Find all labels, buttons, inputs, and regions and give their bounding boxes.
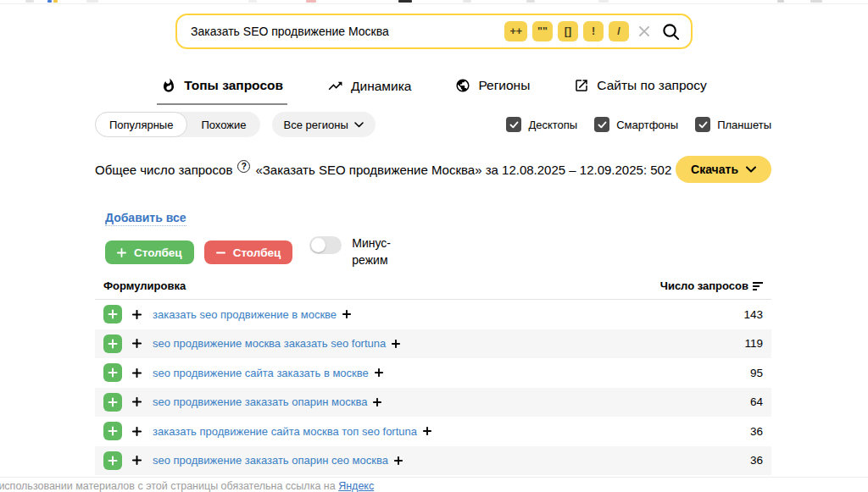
flame-icon xyxy=(161,78,176,93)
operator-brackets-button[interactable]: [] xyxy=(558,21,578,41)
phrase-link[interactable]: seo продвижение сайта заказать в москве xyxy=(153,367,369,379)
footer: При использовании материалов с этой стра… xyxy=(0,477,868,492)
search-icon[interactable] xyxy=(661,22,681,41)
footer-text: При использовании материалов с этой стра… xyxy=(0,480,338,492)
query-count: 36 xyxy=(750,425,763,438)
plus-operator-icon[interactable] xyxy=(132,427,142,436)
sort-descending-icon xyxy=(753,282,763,290)
plus-append-icon[interactable] xyxy=(375,368,383,377)
tabs-bar: Топы запросов Динамика Регионы Сайты по … xyxy=(0,76,868,105)
plus-operator-icon[interactable] xyxy=(132,456,142,465)
add-phrase-button[interactable] xyxy=(103,393,122,412)
help-question-icon[interactable] xyxy=(237,160,250,173)
browser-bookmarks-strip xyxy=(0,0,868,4)
phrase-link[interactable]: seo продвижение москва заказать seo fort… xyxy=(153,337,386,350)
filters-row: Популярные Похожие Все регионы Десктопы … xyxy=(95,112,771,137)
segment-popular[interactable]: Популярные xyxy=(95,112,187,137)
query-count: 36 xyxy=(750,454,763,467)
table-row: seo продвижение москва заказать seo fort… xyxy=(95,329,771,359)
chevron-down-icon xyxy=(746,166,756,173)
table-row: seo продвижение сайта заказать в москве … xyxy=(95,358,771,388)
download-button-label: Скачать xyxy=(691,163,738,176)
queries-table: Формулировка Число запросов заказать seo… xyxy=(95,278,771,475)
query-count: 143 xyxy=(743,308,763,321)
search-operator-keys: ++ "" [] ! / xyxy=(504,21,629,41)
checkbox-label: Десктопы xyxy=(528,119,577,131)
column-header-phrase: Формулировка xyxy=(103,279,186,292)
checkbox-label: Смартфоны xyxy=(616,119,678,131)
column-header-count-label: Число запросов xyxy=(660,279,748,292)
tab-label: Топы запросов xyxy=(184,78,283,93)
operator-plus-plus-button[interactable]: ++ xyxy=(504,21,527,41)
plus-operator-icon[interactable] xyxy=(132,310,142,319)
download-button[interactable]: Скачать xyxy=(676,156,771,183)
clear-search-icon[interactable] xyxy=(637,25,651,38)
table-row: заказать продвижение сайта москва топ se… xyxy=(95,417,771,446)
region-selector[interactable]: Все регионы xyxy=(272,112,376,137)
search-input[interactable] xyxy=(191,25,504,38)
query-type-segmented-control: Популярные Похожие xyxy=(95,112,260,137)
globe-icon xyxy=(455,78,470,93)
checkbox-desktops[interactable]: Десктопы xyxy=(506,117,577,132)
plus-operator-icon[interactable] xyxy=(132,397,142,406)
add-column-label: Столбец xyxy=(134,246,182,259)
remove-column-button[interactable]: Столбец xyxy=(204,240,293,264)
plus-append-icon[interactable] xyxy=(342,310,351,318)
add-column-button[interactable]: Столбец xyxy=(105,240,194,264)
tab-regions[interactable]: Регионы xyxy=(451,76,534,103)
query-count: 64 xyxy=(750,395,763,408)
tab-label: Динамика xyxy=(351,79,411,94)
phrase-link[interactable]: заказать продвижение сайта москва топ se… xyxy=(153,425,417,438)
summary-value: «Заказать SEO продвижение Москва» за 12.… xyxy=(255,163,671,177)
plus-append-icon[interactable] xyxy=(423,427,431,435)
table-row: заказать seo продвижение в москве 143 xyxy=(95,300,771,329)
table-header: Формулировка Число запросов xyxy=(95,278,771,300)
tab-dynamics[interactable]: Динамика xyxy=(323,76,415,104)
chevron-down-icon xyxy=(354,122,364,128)
summary-row: Общее число запросов «Заказать SEO продв… xyxy=(95,156,771,183)
plus-append-icon[interactable] xyxy=(392,340,400,348)
operator-quotes-button[interactable]: "" xyxy=(532,21,553,41)
add-phrase-button[interactable] xyxy=(103,363,122,382)
checked-checkbox-icon xyxy=(695,117,710,132)
summary-label: Общее число запросов xyxy=(95,163,232,177)
search-bar: ++ "" [] ! / xyxy=(175,14,693,49)
minus-icon xyxy=(216,248,225,257)
column-header-count[interactable]: Число запросов xyxy=(660,279,763,292)
segment-similar[interactable]: Похожие xyxy=(187,112,259,137)
tab-top-queries[interactable]: Топы запросов xyxy=(157,76,287,105)
trending-up-icon xyxy=(327,78,343,94)
column-controls: Столбец Столбец Минус-режим xyxy=(105,235,403,268)
total-queries-summary: Общее число запросов «Заказать SEO продв… xyxy=(95,163,671,177)
table-row: seo продвижение заказать опарин сео моск… xyxy=(95,446,771,476)
phrase-link[interactable]: seo продвижение заказать опарин москва xyxy=(153,395,367,408)
minus-mode-toggle[interactable] xyxy=(309,236,342,254)
tab-label: Сайты по запросу xyxy=(597,78,706,93)
query-count: 95 xyxy=(750,367,763,379)
toggle-knob xyxy=(311,238,326,252)
plus-append-icon[interactable] xyxy=(394,456,403,465)
plus-append-icon[interactable] xyxy=(373,398,381,406)
remove-column-label: Столбец xyxy=(233,246,281,259)
plus-operator-icon[interactable] xyxy=(132,368,142,378)
add-phrase-button[interactable] xyxy=(103,305,122,323)
operator-exclamation-button[interactable]: ! xyxy=(583,21,604,41)
yandex-footer-link[interactable]: Яндекс xyxy=(338,480,374,492)
device-filters: Десктопы Смартфоны Планшеты xyxy=(506,117,771,132)
phrase-link[interactable]: заказать seo продвижение в москве xyxy=(153,308,337,321)
add-phrase-button[interactable] xyxy=(103,334,122,353)
operator-slash-button[interactable]: / xyxy=(609,21,629,41)
add-all-link[interactable]: Добавить все xyxy=(105,211,186,226)
plus-operator-icon[interactable] xyxy=(132,339,142,348)
tab-sites-by-query[interactable]: Сайты по запросу xyxy=(570,76,710,103)
checkbox-label: Планшеты xyxy=(717,119,771,131)
table-row: seo продвижение заказать опарин москва 6… xyxy=(95,388,771,417)
checkbox-tablets[interactable]: Планшеты xyxy=(695,117,771,132)
tab-label: Регионы xyxy=(478,78,530,93)
external-link-icon xyxy=(574,78,589,93)
add-phrase-button[interactable] xyxy=(103,451,122,470)
add-phrase-button[interactable] xyxy=(103,422,122,440)
checked-checkbox-icon xyxy=(594,117,609,132)
phrase-link[interactable]: seo продвижение заказать опарин сео моск… xyxy=(153,454,388,467)
checkbox-smartphones[interactable]: Смартфоны xyxy=(594,117,678,132)
